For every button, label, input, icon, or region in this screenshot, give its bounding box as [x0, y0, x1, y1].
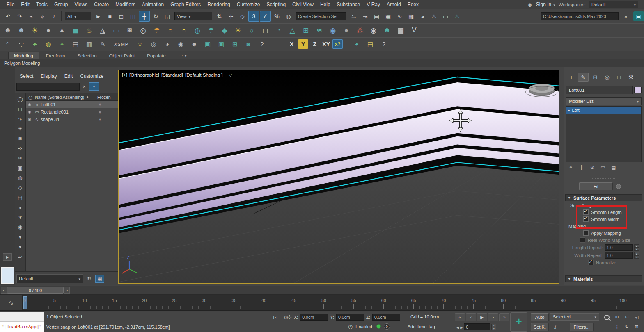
checkbox[interactable] — [583, 216, 589, 222]
viewport-filter-funnel-icon[interactable] — [229, 73, 232, 77]
sunburst-icon[interactable]: ☼ — [245, 25, 258, 36]
cone-primitive-icon[interactable]: ▲ — [56, 25, 68, 36]
viewport-layout-icon[interactable]: ▦ — [642, 323, 644, 330]
schematic-view-icon[interactable]: ▩ — [406, 11, 417, 22]
eye-icon[interactable]: ◉ — [367, 25, 380, 36]
project-path-field[interactable]: C:\Users\raana...s\3ds Max 2023 — [541, 12, 619, 20]
walkthrough-icon[interactable]: ☻ — [188, 39, 200, 50]
scene-explorer-menu-item[interactable]: Select — [20, 73, 33, 79]
pyramid-icon[interactable]: ◮ — [96, 25, 109, 36]
key-selection-dropdown[interactable]: Selected — [550, 313, 599, 321]
frame-step-forward-icon[interactable] — [460, 325, 463, 330]
filter-funnel2-icon[interactable]: ▼ — [16, 242, 25, 252]
ring-icon[interactable]: ◎ — [147, 39, 160, 50]
viewport-label-menu[interactable]: [Orthographic] — [129, 73, 159, 77]
filter-geometry-icon[interactable]: ◻ — [16, 104, 25, 114]
droplet-icon[interactable]: ◆ — [218, 25, 231, 36]
menu-item[interactable]: Substance — [334, 0, 364, 9]
configure-modifier-sets-icon[interactable]: ▤ — [610, 164, 618, 171]
previous-frame-arrow[interactable]: < — [1, 287, 7, 294]
next-frame-arrow[interactable]: > — [64, 287, 70, 294]
maxscript-mini-listener[interactable]: "[loadMainApp]" — [0, 312, 44, 332]
name-column-header[interactable]: Name (Sorted Ascending) ▲ — [35, 95, 95, 100]
vray-logo-icon[interactable]: V — [408, 25, 420, 36]
ribbon-tab[interactable]: Populate — [142, 52, 171, 59]
frozen-toggle-icon[interactable]: ∗ — [87, 117, 102, 122]
umbrella-teal-icon[interactable]: ☂ — [205, 25, 217, 36]
frozen-toggle-icon[interactable]: ∗ — [87, 102, 102, 107]
menu-item[interactable]: Group — [51, 0, 71, 9]
filter-cameras-icon[interactable]: ◙ — [16, 134, 25, 143]
crowd-icon[interactable]: ☻ — [381, 25, 393, 36]
y-coord-field[interactable]: 0.0cm — [336, 314, 364, 321]
angle-snap-icon[interactable]: ∠ — [260, 11, 271, 22]
visibility-eye-icon[interactable]: ◉ — [26, 102, 33, 107]
selection-filter-dropdown[interactable]: All — [65, 12, 91, 20]
filter-folder-icon[interactable]: ▱ — [16, 252, 25, 262]
select-and-link-icon[interactable]: ⌁ — [25, 11, 37, 22]
layer-explorer-icon[interactable]: ▤ — [371, 11, 382, 22]
render-setup-icon[interactable]: ♨ — [429, 11, 440, 22]
listener-line-1[interactable] — [0, 312, 44, 322]
camera-small-icon[interactable]: ◙ — [242, 39, 254, 50]
window-crossing-icon[interactable]: ◫ — [127, 11, 138, 22]
modifier-list-dropdown[interactable]: Modifier List — [566, 97, 642, 105]
normalize-checkbox[interactable] — [588, 260, 594, 265]
menu-item[interactable]: Civil View — [289, 0, 317, 9]
visibility-eye-icon[interactable]: ◉ — [26, 117, 33, 121]
cone-teal-icon[interactable]: △ — [286, 25, 298, 36]
set-key-button[interactable]: Set K. — [531, 323, 549, 331]
paint-icon[interactable]: ✎ — [96, 39, 109, 50]
ribbon-tab[interactable]: Modeling — [8, 52, 39, 59]
scene-explorer-menu-item[interactable]: Edit — [64, 73, 73, 79]
menu-item[interactable]: File — [3, 0, 18, 9]
filter-groups-icon[interactable]: ▣ — [16, 163, 25, 173]
ribbon-tab[interactable]: Object Paint — [104, 52, 140, 59]
menu-item[interactable]: Tools — [33, 0, 51, 9]
fit-button[interactable]: Fit — [579, 182, 613, 190]
sun-small-icon[interactable]: ☼ — [134, 39, 146, 50]
mirror-icon[interactable]: ⇋ — [348, 11, 359, 22]
plane-icon[interactable]: ▭ — [110, 25, 122, 36]
layer-list-icon[interactable]: ≋ — [85, 275, 93, 282]
length-repeat-field[interactable]: 1.0 — [605, 244, 633, 251]
select-and-scale-icon[interactable]: ◱ — [162, 11, 173, 22]
rollout-grip[interactable] — [592, 178, 615, 181]
use-pivot-point-icon[interactable]: ⇅ — [214, 11, 225, 22]
teapot-icon[interactable]: ♨ — [83, 25, 95, 36]
menu-item[interactable]: Scripting — [263, 0, 289, 9]
clear-search-icon[interactable] — [81, 83, 87, 90]
menu-item[interactable]: Animation — [139, 0, 167, 9]
scene-explorer-menu-item[interactable]: Display — [41, 73, 57, 79]
foliage-icon[interactable]: ♠ — [56, 39, 68, 50]
smooth-length-checkbox-row[interactable]: Smooth Length — [565, 209, 642, 216]
eye-small-icon[interactable]: ◉ — [174, 39, 187, 50]
utilities-tab-icon[interactable]: ⚒ — [626, 73, 636, 82]
unlink-selection-icon[interactable]: ⌀ — [37, 11, 48, 22]
normalize-row[interactable]: Normalize — [565, 259, 642, 266]
orbit-icon[interactable]: ↻ — [622, 323, 631, 330]
track-bar[interactable]: 0510152025303540455055606570758085909510… — [0, 295, 644, 311]
pin-stack-icon[interactable]: ⌖ — [567, 164, 575, 171]
toolbar-overflow-chevron[interactable] — [620, 11, 631, 22]
go-to-start-button[interactable]: « — [455, 313, 465, 321]
search-filter-icon[interactable] — [89, 82, 99, 91]
make-unique-icon[interactable]: ⊘ — [588, 164, 596, 171]
filter-lights-icon[interactable]: ☀ — [16, 124, 25, 134]
workspace-display-icon[interactable] — [633, 11, 644, 21]
display-tab-icon[interactable]: □ — [614, 73, 624, 82]
apply-mapping-checkbox[interactable] — [583, 230, 589, 236]
crowd-helpers-icon[interactable]: ⁛ — [15, 39, 28, 50]
field-of-view-icon[interactable]: ⊞ — [642, 313, 644, 321]
search-icon[interactable] — [604, 315, 610, 320]
filter-materials-icon[interactable]: ◕ — [16, 202, 25, 212]
geosphere-icon[interactable]: ◍ — [191, 25, 204, 36]
grow-plant-icon[interactable]: ♣ — [29, 39, 41, 50]
dome-yellow-icon[interactable]: ◓ — [178, 25, 190, 36]
filter-hidden-icon[interactable]: ◉ — [16, 222, 25, 232]
wind-icon[interactable]: ≋ — [313, 25, 325, 36]
monitor-grid-icon[interactable]: ⊞ — [229, 39, 241, 50]
menu-item[interactable]: Arnold — [383, 0, 404, 9]
filter-shapes-icon[interactable]: ∿ — [16, 114, 25, 124]
reference-coordinate-dropdown[interactable]: View — [174, 12, 212, 20]
